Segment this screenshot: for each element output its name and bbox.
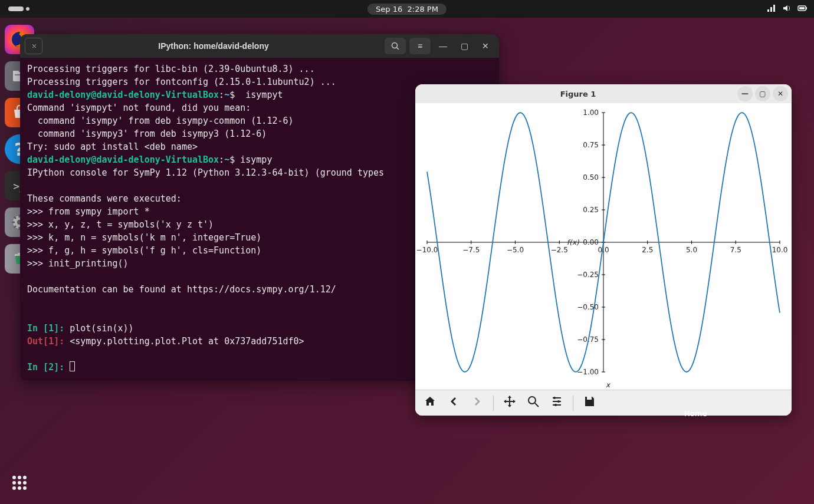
top-bar: Sep 16 2:28 PM: [0, 0, 814, 18]
terminal-title: IPython: home/david-delony: [42, 41, 385, 51]
terminal-titlebar[interactable]: 𐊐 IPython: home/david-delony ≡ — ▢ ✕: [20, 34, 499, 58]
svg-text:0.0: 0.0: [598, 246, 609, 254]
system-tray[interactable]: [767, 4, 808, 15]
svg-text:x: x: [606, 381, 611, 389]
svg-text:0.25: 0.25: [583, 206, 599, 214]
svg-point-86: [554, 404, 557, 406]
maximize-button[interactable]: ▢: [455, 38, 473, 54]
date-label: Sep 16: [376, 5, 402, 14]
svg-marker-78: [513, 400, 516, 403]
zoom-icon[interactable]: [526, 395, 541, 411]
svg-rect-5: [799, 7, 805, 9]
svg-point-79: [529, 397, 536, 404]
svg-rect-2: [773, 5, 775, 12]
svg-point-28: [12, 486, 16, 490]
svg-text:−2.5: −2.5: [551, 246, 568, 254]
svg-marker-77: [504, 400, 506, 403]
svg-text:−0.25: −0.25: [577, 271, 599, 279]
svg-point-24: [23, 476, 27, 479]
save-icon[interactable]: [582, 395, 597, 411]
svg-marker-76: [508, 405, 511, 407]
svg-point-25: [12, 481, 16, 485]
svg-marker-75: [508, 396, 511, 398]
svg-point-26: [18, 481, 21, 485]
figure-maximize-button[interactable]: ▢: [755, 86, 770, 101]
workspace-dot[interactable]: [26, 7, 29, 11]
svg-text:−10.0: −10.0: [416, 246, 438, 254]
svg-rect-0: [767, 9, 769, 12]
show-applications[interactable]: [7, 470, 32, 495]
topbar-left: [8, 6, 29, 11]
network-icon[interactable]: [767, 4, 776, 15]
volume-icon[interactable]: [782, 4, 792, 15]
svg-text:1.00: 1.00: [583, 108, 599, 117]
svg-text:−7.5: −7.5: [462, 246, 480, 254]
forward-icon[interactable]: [470, 395, 485, 411]
svg-point-22: [12, 476, 16, 479]
svg-line-80: [535, 403, 539, 407]
figure-close-button[interactable]: ✕: [773, 86, 788, 101]
search-button[interactable]: [385, 38, 406, 54]
svg-line-16: [14, 217, 16, 219]
clock[interactable]: Sep 16 2:28 PM: [367, 4, 447, 15]
svg-text:0.50: 0.50: [583, 173, 599, 182]
svg-text:−1.00: −1.00: [577, 368, 599, 376]
svg-line-32: [397, 48, 399, 50]
svg-point-31: [392, 43, 398, 48]
toolbar-separator: [493, 396, 494, 411]
menu-button[interactable]: ≡: [409, 38, 431, 54]
svg-point-30: [23, 486, 27, 490]
svg-text:f(x): f(x): [567, 238, 579, 246]
svg-line-18: [14, 226, 16, 228]
configure-icon[interactable]: [549, 395, 564, 411]
home-icon[interactable]: [422, 395, 438, 411]
new-tab-button[interactable]: 𐊐: [25, 38, 42, 54]
figure-toolbar: [415, 390, 792, 416]
figure-titlebar[interactable]: Figure 1 — ▢ ✕: [415, 84, 792, 103]
cursor: [70, 361, 75, 371]
svg-point-29: [18, 486, 21, 490]
svg-point-84: [553, 397, 556, 399]
svg-text:7.5: 7.5: [730, 246, 741, 254]
svg-rect-1: [770, 7, 772, 12]
figure-title: Figure 1: [419, 90, 737, 98]
minimize-button[interactable]: —: [434, 38, 452, 54]
svg-text:−0.50: −0.50: [577, 303, 599, 311]
toolbar-separator: [573, 396, 573, 411]
activities-indicator[interactable]: [8, 6, 24, 11]
svg-text:0.00: 0.00: [583, 238, 599, 246]
svg-point-23: [18, 476, 21, 479]
svg-rect-8: [13, 71, 19, 73]
time-label: 2:28 PM: [408, 5, 438, 14]
pan-icon[interactable]: [502, 395, 517, 411]
figure-minimize-button[interactable]: —: [737, 86, 753, 101]
figure-window[interactable]: Figure 1 — ▢ ✕ −10.0−7.5−5.0−2.50.02.55.…: [415, 84, 792, 416]
plot-canvas[interactable]: −10.0−7.5−5.0−2.50.02.55.07.510.0−1.00−0…: [415, 103, 792, 390]
svg-text:2.5: 2.5: [642, 246, 653, 254]
svg-text:5.0: 5.0: [686, 246, 697, 254]
desktop-home-label[interactable]: Home: [684, 409, 707, 418]
svg-rect-4: [806, 7, 807, 9]
svg-text:10.0: 10.0: [772, 246, 788, 254]
svg-point-85: [557, 400, 560, 403]
svg-text:−5.0: −5.0: [507, 246, 524, 254]
battery-icon[interactable]: [797, 4, 808, 15]
back-icon[interactable]: [446, 395, 461, 411]
close-button[interactable]: ✕: [477, 38, 494, 54]
svg-text:0.75: 0.75: [583, 141, 599, 149]
svg-point-27: [23, 481, 27, 485]
